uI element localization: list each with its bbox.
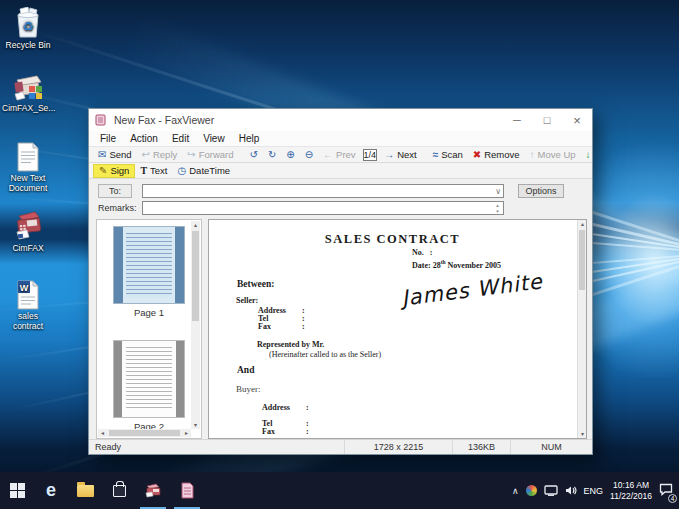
menu-edit[interactable]: Edit	[165, 133, 196, 144]
thumb-edge	[114, 341, 122, 417]
text-icon: T	[140, 166, 147, 176]
scroll-up-icon[interactable]: ▴	[578, 220, 587, 228]
content-area: Page 1 Page 2 ▴ ▾ ◂	[89, 217, 592, 439]
rotate-right-button[interactable]: ↻	[263, 148, 281, 162]
desktop-icon-label: New Text Document	[2, 174, 54, 194]
app-icon	[95, 114, 108, 126]
minimize-button[interactable]: ─	[502, 109, 532, 131]
taskbar-store[interactable]	[102, 472, 136, 509]
page-indicator[interactable]: 1/4	[363, 149, 378, 161]
reply-button[interactable]: ↩Reply	[137, 148, 183, 162]
text-button[interactable]: TText	[135, 164, 172, 178]
zoom-in-button[interactable]: ⊕	[281, 148, 299, 162]
sign-button[interactable]: ✎Sign	[93, 164, 135, 178]
desktop-icon-new-text-document[interactable]: New Text Document	[2, 138, 54, 194]
seller-fax-row: Fax:	[258, 322, 305, 331]
taskbar-file-explorer[interactable]	[68, 472, 102, 509]
document-viewer[interactable]: SALES CONTRACT No. :Date: 28th November …	[208, 219, 587, 439]
taskbar-edge[interactable]: e	[34, 472, 68, 509]
desktop-icon-cimfax[interactable]: CimFAX	[2, 208, 54, 254]
move-down-button[interactable]: ↓Move Do	[581, 148, 592, 162]
desktop-icon-recycle-bin[interactable]: ♻ Recycle Bin	[2, 5, 54, 51]
scrollbar-thumb[interactable]	[192, 231, 199, 321]
document-and: And	[237, 365, 254, 375]
send-icon: ✉	[98, 150, 106, 160]
num-lock-indicator: NUM	[510, 440, 592, 454]
options-button[interactable]: Options	[518, 184, 564, 198]
scrollbar-thumb[interactable]	[109, 430, 180, 436]
page-2-thumbnail-image[interactable]	[113, 340, 185, 418]
language-indicator[interactable]: ENG	[584, 486, 604, 496]
document-represented: Represented by Mr.	[257, 340, 324, 349]
taskbar-cimfax[interactable]	[136, 472, 170, 509]
recipient-input[interactable]: ∨	[142, 184, 504, 198]
scroll-left-icon[interactable]: ◂	[98, 429, 107, 437]
thumbnail-panel: Page 1 Page 2 ▴ ▾ ◂	[96, 219, 202, 439]
network-icon[interactable]	[544, 485, 558, 496]
scroll-down-icon[interactable]: ▾	[191, 421, 200, 429]
menu-file[interactable]: File	[93, 133, 123, 144]
remove-button[interactable]: ✖Remove	[468, 148, 525, 162]
tray-time: 10:16 AM	[613, 480, 649, 490]
prev-page-button[interactable]: ←Prev	[318, 148, 361, 162]
scroll-up-icon[interactable]: ▴	[191, 221, 200, 229]
signature-annotation[interactable]: James White	[400, 269, 544, 310]
zoom-out-icon: ⊖	[305, 150, 313, 160]
sync-color-sphere-icon[interactable]	[526, 485, 537, 496]
word-document-icon: W	[2, 276, 54, 310]
cimfax-taskbar-icon	[144, 483, 162, 498]
thumbnail-horizontal-scrollbar[interactable]: ◂ ▸	[98, 429, 191, 437]
recipient-row: To: ∨ Options	[89, 179, 592, 199]
scroll-right-icon[interactable]: ▸	[182, 429, 191, 437]
volume-icon[interactable]	[565, 485, 577, 496]
menu-help[interactable]: Help	[232, 133, 267, 144]
next-page-button[interactable]: →Next	[379, 148, 422, 162]
tray-expand-chevron-icon[interactable]: ∧	[512, 486, 519, 496]
spinner-icons[interactable]: ▴▾	[493, 202, 502, 214]
desktop-icon-label: CimFAX	[2, 244, 54, 254]
faxviewer-window: New Fax - FaxViewer ─ □ × File Action Ed…	[88, 108, 593, 455]
document-vertical-scrollbar[interactable]: ▴ ▾	[577, 220, 586, 438]
thumb-edge	[175, 227, 184, 303]
title-bar[interactable]: New Fax - FaxViewer ─ □ ×	[89, 109, 592, 131]
desktop-icon-cimfax-setup[interactable]: CimFAX_Se...	[2, 68, 54, 114]
remove-icon: ✖	[473, 150, 481, 160]
zoom-out-button[interactable]: ⊖	[300, 148, 318, 162]
document-hereinafter: (Hereinafter called to as the Seller)	[269, 350, 381, 359]
move-up-button[interactable]: ↑Move Up	[525, 148, 581, 162]
chevron-down-icon[interactable]: ∨	[495, 185, 501, 198]
system-tray: ∧ ENG 10:16 AM 11/22/2016 4	[512, 472, 679, 509]
desktop-icon-sales-contract[interactable]: W sales contract	[2, 276, 54, 332]
store-icon	[113, 485, 126, 497]
thumbnail-page-2[interactable]: Page 2	[113, 340, 185, 432]
tray-clock[interactable]: 10:16 AM 11/22/2016	[610, 480, 652, 501]
scroll-down-icon[interactable]: ▾	[578, 430, 587, 438]
desktop-icon-label: sales contract	[2, 312, 54, 332]
text-document-icon	[2, 138, 54, 172]
thumbnail-vertical-scrollbar[interactable]: ▴ ▾	[191, 221, 200, 429]
document-page[interactable]: SALES CONTRACT No. :Date: 28th November …	[209, 220, 576, 438]
start-button[interactable]	[0, 472, 34, 509]
desktop-icon-label: Recycle Bin	[2, 41, 54, 51]
action-center-button[interactable]: 4	[659, 482, 673, 500]
thumbnail-page-1[interactable]: Page 1	[113, 226, 185, 318]
send-button[interactable]: ✉Send	[93, 148, 137, 162]
remarks-input[interactable]: ▴▾	[142, 201, 504, 215]
zoom-in-icon: ⊕	[286, 150, 294, 160]
forward-button[interactable]: ↪Forward	[182, 148, 238, 162]
datetime-button[interactable]: ◷DateTime	[173, 164, 236, 178]
close-button[interactable]: ×	[562, 109, 592, 131]
edge-icon: e	[46, 480, 56, 501]
document-seller: Seller:	[236, 296, 258, 305]
svg-text:W: W	[20, 283, 29, 293]
scan-button[interactable]: ≈Scan	[428, 148, 468, 162]
page-1-thumbnail-image[interactable]	[113, 226, 185, 304]
menu-view[interactable]: View	[196, 133, 232, 144]
buyer-address-row: Address:	[262, 403, 309, 412]
to-button[interactable]: To:	[98, 184, 132, 198]
taskbar-faxviewer[interactable]	[170, 472, 204, 509]
menu-action[interactable]: Action	[123, 133, 165, 144]
maximize-button[interactable]: □	[532, 109, 562, 131]
scrollbar-thumb[interactable]	[579, 230, 585, 290]
rotate-left-button[interactable]: ↺	[245, 148, 263, 162]
